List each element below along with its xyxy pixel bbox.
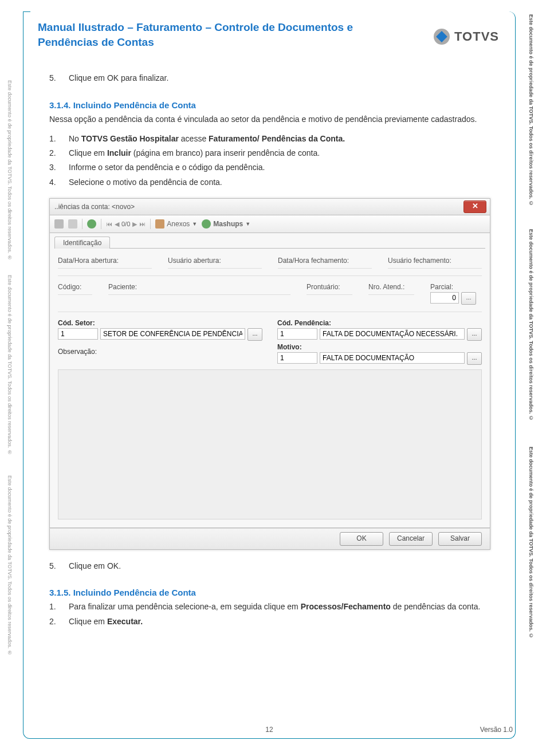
step-num: 3.	[49, 162, 58, 173]
first-icon[interactable]: ⏮	[106, 220, 112, 227]
dialog-title: ..iências da conta: <novo>	[54, 203, 135, 211]
lookup-button[interactable]: ...	[247, 328, 262, 341]
label-paciente: Paciente:	[108, 283, 290, 291]
page-number: 12	[265, 726, 273, 734]
cod-pendencia-field[interactable]	[277, 328, 317, 340]
dialog-toolbar: ⏮ ◀ 0/0 ▶ ⏭ Anexos ▼ Mashups ▼	[49, 215, 490, 233]
doc-title: Manual Ilustrado – Faturamento – Control…	[38, 20, 501, 49]
logo-icon	[434, 29, 450, 45]
step-text: Informe o setor da pendência e o código …	[69, 162, 265, 173]
label-nro-atend: Nro. Atend.:	[368, 283, 414, 291]
separator	[82, 219, 82, 229]
logo-text: TOTVS	[454, 29, 499, 44]
section-314-heading: 3.1.4. Incluindo Pendência de Conta	[49, 100, 501, 110]
watermark-left-2: Este documento é de propriedade da TOTVS…	[7, 275, 13, 455]
cancel-button[interactable]: Cancelar	[389, 532, 433, 546]
setor-desc-field[interactable]	[100, 328, 245, 340]
dialog-body: Identificação Data/Hora abertura: Usuári…	[49, 233, 490, 528]
label-data-abertura: Data/Hora abertura:	[58, 257, 152, 265]
step-text: Selecione o motivo da pendência de conta…	[69, 176, 222, 188]
mashups-dropdown[interactable]: Mashups ▼	[202, 219, 250, 229]
page-frame: Manual Ilustrado – Faturamento – Control…	[23, 11, 516, 739]
step-num: 2.	[49, 147, 58, 159]
lookup-button[interactable]: ...	[467, 352, 482, 365]
label-prontuario: Prontuário:	[307, 283, 352, 291]
label-usuario-fechamento: Usuário fechamento:	[388, 257, 482, 265]
watermark-right-1: Este documento é de propriedade da TOTVS…	[528, 14, 534, 206]
step-text: Clique em OK para finalizar.	[69, 72, 168, 84]
doc-title-line2: Pendências de Contas	[38, 36, 154, 48]
close-button[interactable]: ✕	[463, 200, 486, 213]
next-icon[interactable]: ▶	[132, 220, 137, 228]
logo: TOTVS	[434, 29, 499, 45]
last-icon[interactable]: ⏭	[139, 220, 146, 227]
step5-text: Clique em OK para finalizar.	[69, 73, 168, 82]
delete-icon[interactable]	[68, 219, 77, 229]
motivo-desc-field[interactable]	[320, 352, 465, 364]
pendencia-desc-field[interactable]	[320, 328, 465, 340]
step-text: Para finalizar uma pendência selecione-a…	[69, 601, 480, 612]
prev-icon[interactable]: ◀	[115, 220, 119, 228]
step-num: 4.	[49, 176, 58, 188]
ok-button[interactable]: OK	[340, 532, 383, 546]
cod-setor-field[interactable]	[58, 328, 98, 340]
lookup-button[interactable]: ...	[467, 328, 482, 341]
doc-title-line1: Manual Ilustrado – Faturamento – Control…	[38, 21, 353, 33]
step-text: No TOTVS Gestão Hospitalar acesse Fatura…	[69, 133, 345, 144]
section-314-intro: Nessa opção a pendência da conta é vincu…	[49, 113, 501, 125]
parcial-field[interactable]	[430, 292, 459, 304]
dialog-titlebar: ..iências da conta: <novo> ✕	[49, 198, 490, 215]
separator	[150, 219, 151, 229]
watermark-left-3: Este documento é de propriedade da TOTVS…	[7, 475, 13, 656]
watermark-left-1: Este documento é de propriedade da TOTVS…	[7, 80, 13, 261]
watermark-right-3: Este documento é de propriedade da TOTVS…	[528, 447, 534, 639]
label-cod-pendencia: Cód. Pendência:	[277, 319, 331, 327]
section-315-heading: 3.1.5. Incluindo Pendência de Conta	[49, 588, 501, 597]
attachment-icon	[155, 219, 164, 229]
anexos-dropdown[interactable]: Anexos ▼	[155, 219, 197, 229]
step-num: 5.	[49, 560, 58, 572]
step-text: Clique em Executar.	[69, 616, 143, 627]
record-pager[interactable]: ⏮ ◀ 0/0 ▶ ⏭	[106, 220, 146, 228]
step-text: Clique em Incluir (página em branco) par…	[69, 147, 320, 159]
lookup-button[interactable]: ...	[461, 292, 476, 305]
globe-icon	[202, 219, 211, 229]
label-cod-setor: Cód. Setor:	[58, 319, 95, 327]
label-observacao: Observação:	[58, 348, 97, 356]
tabstrip: Identificação	[54, 237, 485, 249]
chevron-down-icon: ▼	[245, 221, 250, 227]
label-usuario-abertura: Usuário abertura:	[168, 257, 262, 265]
dialog-footer: OK Cancelar Salvar	[49, 528, 490, 550]
step-num: 1.	[49, 133, 58, 144]
label-motivo: Motivo:	[277, 343, 302, 351]
tab-identificacao[interactable]: Identificação	[54, 237, 110, 249]
label-parcial: Parcial:	[430, 283, 482, 291]
separator	[101, 219, 101, 229]
label-codigo: Código:	[58, 283, 92, 291]
save-icon[interactable]	[54, 219, 64, 229]
step-num: 5.	[49, 72, 58, 84]
observacao-textarea[interactable]	[58, 369, 482, 519]
label-data-fechamento: Data/Hora fechamento:	[278, 257, 372, 265]
step-text: Clique em OK.	[69, 560, 121, 572]
pager-text: 0/0	[121, 220, 130, 227]
dialog-screenshot: ..iências da conta: <novo> ✕ ⏮ ◀ 0/0 ▶ ⏭	[49, 198, 490, 550]
save-button[interactable]: Salvar	[438, 532, 482, 546]
watermark-right-2: Este documento é de propriedade da TOTVS…	[528, 229, 534, 421]
motivo-cod-field[interactable]	[277, 352, 317, 364]
page-footer: 12 Versão 1.0	[23, 726, 515, 734]
refresh-icon[interactable]	[87, 219, 96, 229]
version-label: Versão 1.0	[480, 726, 513, 734]
step-num: 2.	[49, 616, 58, 627]
step-num: 1.	[49, 601, 58, 612]
chevron-down-icon: ▼	[192, 221, 197, 227]
